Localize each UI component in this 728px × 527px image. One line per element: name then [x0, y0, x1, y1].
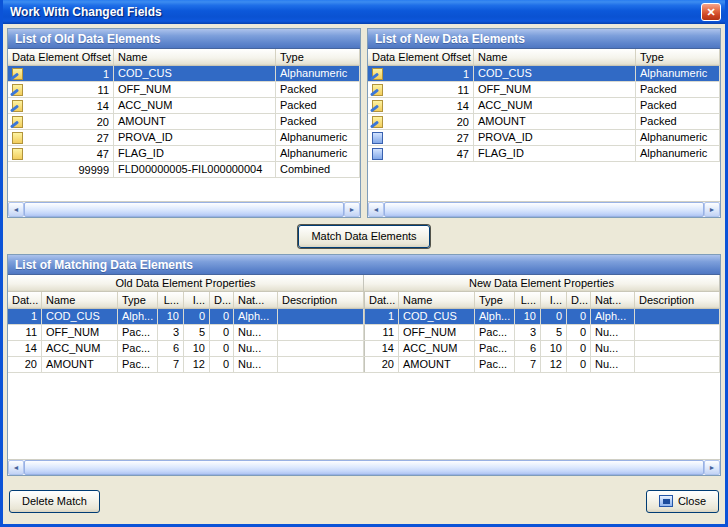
type-column-header[interactable]: Type [118, 292, 158, 308]
name-column-header[interactable]: Name [474, 49, 636, 65]
type-cell: Alphanumeric [276, 130, 360, 145]
new-values-half: 1 COD_CUS Alph... 10 0 0 Alph... [364, 309, 720, 324]
name-cell: COD_CUS [42, 309, 118, 324]
horizontal-scrollbar[interactable]: ◄ ► [368, 201, 720, 217]
data-element-icon [12, 148, 23, 160]
scroll-left-button[interactable]: ◄ [8, 202, 24, 217]
table-row[interactable]: 14 ACC_NUM Packed [368, 98, 720, 114]
old-values-half: 14 ACC_NUM Pac... 6 10 0 Nu... [8, 341, 364, 356]
type-cell: Pac... [118, 341, 158, 356]
data-element-icon [12, 100, 23, 112]
table-row[interactable]: 27 PROVA_ID Alphanumeric [368, 130, 720, 146]
decimals-column-header[interactable]: D... [567, 292, 591, 308]
table-row[interactable]: 27 PROVA_ID Alphanumeric [8, 130, 360, 146]
table-row[interactable]: 1 COD_CUS Alphanumeric [8, 66, 360, 82]
dat-cell: 1 [365, 309, 399, 324]
description-cell [635, 341, 720, 356]
type-cell: Packed [276, 82, 360, 97]
native-cell: Nu... [234, 357, 278, 372]
length-cell: 6 [158, 341, 184, 356]
scroll-left-button[interactable]: ◄ [8, 460, 24, 475]
table-row[interactable]: 47 FLAG_ID Alphanumeric [8, 146, 360, 162]
name-cell: COD_CUS [114, 66, 276, 81]
type-cell: Alphanumeric [276, 146, 360, 161]
offset-cell: 1 [8, 66, 114, 81]
length-column-header[interactable]: L... [158, 292, 184, 308]
scroll-thumb[interactable] [384, 202, 704, 217]
close-button-label: Close [678, 495, 706, 507]
table-row[interactable]: 20 AMOUNT Packed [8, 114, 360, 130]
offset-cell: 20 [8, 114, 114, 129]
match-data-elements-button[interactable]: Match Data Elements [298, 225, 429, 248]
table-row[interactable]: 20 AMOUNT Packed [368, 114, 720, 130]
table-row[interactable]: 14 ACC_NUM Packed [8, 98, 360, 114]
native-cell: Nu... [591, 357, 635, 372]
description-cell [635, 357, 720, 372]
data-element-icon [12, 116, 23, 128]
type-cell: Pac... [475, 341, 515, 356]
close-button[interactable]: Close [646, 490, 719, 513]
type-cell: Packed [636, 82, 720, 97]
length-cell: 7 [158, 357, 184, 372]
internal-cell: 0 [541, 309, 567, 324]
scroll-thumb[interactable] [24, 202, 344, 217]
scroll-right-button[interactable]: ► [704, 460, 720, 475]
table-row[interactable]: 11 OFF_NUM Packed [368, 82, 720, 98]
length-column-header[interactable]: L... [515, 292, 541, 308]
internal-cell: 5 [541, 325, 567, 340]
old-elements-panel: List of Old Data Elements Data Element O… [7, 28, 361, 218]
horizontal-scrollbar[interactable]: ◄ ► [8, 459, 720, 475]
name-cell: ACC_NUM [42, 341, 118, 356]
name-cell: AMOUNT [114, 114, 276, 129]
offset-value: 27 [457, 132, 469, 144]
name-cell: ACC_NUM [114, 98, 276, 113]
old-panel-title: List of Old Data Elements [8, 29, 360, 49]
dat-column-header[interactable]: Dat... [365, 292, 399, 308]
dat-cell: 20 [8, 357, 42, 372]
horizontal-scrollbar[interactable]: ◄ ► [8, 201, 360, 217]
table-row[interactable]: 47 FLAG_ID Alphanumeric [368, 146, 720, 162]
table-row[interactable]: 99999 FLD00000005-FIL000000004 Combined [8, 162, 360, 178]
dialog-footer: Delete Match Close [7, 476, 721, 520]
internal-column-header[interactable]: I... [541, 292, 567, 308]
name-column-header[interactable]: Name [114, 49, 276, 65]
description-cell [635, 309, 720, 324]
matching-row[interactable]: 14 ACC_NUM Pac... 6 10 0 Nu... 14 ACC_NU… [8, 341, 720, 357]
table-row[interactable]: 11 OFF_NUM Packed [8, 82, 360, 98]
offset-column-header[interactable]: Data Element Offset [368, 49, 474, 65]
description-column-header[interactable]: Description [635, 292, 720, 308]
delete-match-button[interactable]: Delete Match [9, 490, 100, 513]
matching-row[interactable]: 1 COD_CUS Alph... 10 0 0 Alph... 1 COD_C… [8, 309, 720, 325]
table-row[interactable]: 1 COD_CUS Alphanumeric [368, 66, 720, 82]
name-cell: OFF_NUM [114, 82, 276, 97]
decimals-cell: 0 [567, 325, 591, 340]
internal-cell: 10 [184, 341, 210, 356]
name-column-header[interactable]: Name [42, 292, 118, 308]
name-cell: OFF_NUM [399, 325, 475, 340]
native-column-header[interactable]: Nat... [234, 292, 278, 308]
name-column-header[interactable]: Name [399, 292, 475, 308]
scroll-right-button[interactable]: ► [344, 202, 360, 217]
description-column-header[interactable]: Description [278, 292, 364, 308]
type-column-header[interactable]: Type [636, 49, 720, 65]
offset-value: 1 [463, 68, 469, 80]
native-column-header[interactable]: Nat... [591, 292, 635, 308]
offset-column-header[interactable]: Data Element Offset [8, 49, 114, 65]
close-window-button[interactable]: ✕ [701, 3, 721, 21]
length-cell: 3 [515, 325, 541, 340]
scroll-right-button[interactable]: ► [704, 202, 720, 217]
close-icon: ✕ [706, 6, 715, 19]
matching-row[interactable]: 11 OFF_NUM Pac... 3 5 0 Nu... 11 OFF_NUM… [8, 325, 720, 341]
type-column-header[interactable]: Type [276, 49, 360, 65]
scroll-thumb[interactable] [24, 460, 704, 475]
matching-panel-title: List of Matching Data Elements [8, 255, 720, 275]
scroll-left-button[interactable]: ◄ [368, 202, 384, 217]
matching-row[interactable]: 20 AMOUNT Pac... 7 12 0 Nu... 20 AMOUNT … [8, 357, 720, 373]
dat-cell: 1 [8, 309, 42, 324]
internal-column-header[interactable]: I... [184, 292, 210, 308]
type-column-header[interactable]: Type [475, 292, 515, 308]
type-cell: Packed [636, 114, 720, 129]
decimals-column-header[interactable]: D... [210, 292, 234, 308]
native-cell: Nu... [591, 341, 635, 356]
dat-column-header[interactable]: Dat... [8, 292, 42, 308]
